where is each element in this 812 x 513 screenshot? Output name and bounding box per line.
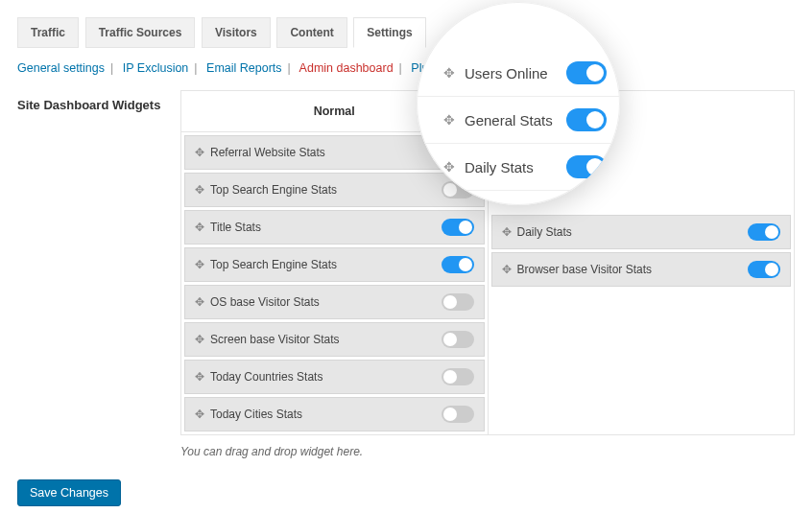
magnifier-row[interactable]: ✥Users Online [417, 50, 620, 97]
magnifier-label: Daily Stats [465, 159, 566, 175]
subnav-admin-dashboard[interactable]: Admin dashboard [299, 61, 394, 75]
widget-item[interactable]: ✥Top Search Engine Stats [184, 247, 485, 282]
widget-label: Referral Website Stats [210, 146, 442, 159]
widget-toggle[interactable] [442, 256, 474, 273]
tab-traffic[interactable]: Traffic [17, 17, 79, 48]
section-title: Site Dashboard Widgets [17, 90, 180, 112]
widget-toggle[interactable] [442, 331, 474, 348]
move-icon[interactable]: ✥ [443, 65, 455, 81]
widget-toggle[interactable] [748, 261, 780, 278]
widget-item[interactable]: ✥Title Stats [184, 210, 485, 245]
drag-drop-hint: You can drag and drop widget here. [180, 445, 795, 458]
widget-label: Title Stats [210, 221, 442, 234]
move-icon[interactable]: ✥ [195, 221, 204, 234]
widget-label: Screen base Visitor Stats [210, 333, 442, 346]
magnifier-toggle[interactable] [566, 61, 607, 84]
move-icon[interactable]: ✥ [195, 258, 204, 271]
widget-toggle[interactable] [442, 219, 474, 236]
widget-toggle[interactable] [442, 368, 474, 385]
widget-label: Browser base Visitor Stats [517, 263, 749, 276]
widget-label: Today Cities Stats [210, 408, 442, 421]
subnav-ip-exclusion[interactable]: IP Exclusion [123, 61, 189, 75]
widget-label: OS base Visitor Stats [210, 295, 442, 309]
magnifier-row[interactable]: ✥General Stats [417, 97, 620, 144]
widget-toggle[interactable] [442, 406, 474, 423]
move-icon[interactable]: ✥ [195, 146, 204, 159]
tab-visitors[interactable]: Visitors [202, 17, 271, 48]
widget-toggle[interactable] [748, 223, 780, 241]
widget-item[interactable]: ✥OS base Visitor Stats [184, 285, 485, 319]
move-icon[interactable]: ✥ [195, 370, 204, 384]
tab-settings[interactable]: Settings [353, 17, 425, 48]
tab-content[interactable]: Content [276, 17, 346, 48]
subnav: General settings| IP Exclusion| Email Re… [17, 61, 795, 75]
widget-label: Top Search Engine Stats [210, 183, 442, 197]
widget-item[interactable]: ✥Today Cities Stats [184, 397, 485, 431]
move-icon[interactable]: ✥ [443, 112, 455, 128]
widget-toggle[interactable] [442, 293, 474, 311]
widget-item[interactable]: ✥Top Search Engine Stats [184, 173, 485, 207]
save-changes-button[interactable]: Save Changes [17, 479, 121, 506]
move-icon[interactable]: ✥ [502, 263, 512, 276]
move-icon[interactable]: ✥ [195, 333, 204, 346]
move-icon[interactable]: ✥ [195, 295, 204, 309]
widget-item[interactable]: ✥Daily Stats [491, 215, 792, 249]
widget-item[interactable]: ✥Today Countries Stats [184, 360, 485, 394]
magnifier-label: General Stats [465, 112, 566, 128]
magnifier-label: Users Online [465, 65, 566, 82]
move-icon[interactable]: ✥ [195, 183, 204, 197]
tabs: Traffic Traffic Sources Visitors Content… [17, 17, 795, 48]
widget-label: Today Countries Stats [210, 370, 442, 384]
widget-item[interactable]: ✥Screen base Visitor Stats [184, 322, 485, 357]
move-icon[interactable]: ✥ [443, 159, 455, 175]
subnav-email-reports[interactable]: Email Reports [206, 61, 282, 75]
widget-label: Top Search Engine Stats [210, 258, 442, 271]
tab-traffic-sources[interactable]: Traffic Sources [85, 17, 196, 48]
magnifier-toggle[interactable] [566, 108, 607, 131]
widget-label: Daily Stats [517, 225, 749, 239]
widget-item[interactable]: ✥Browser base Visitor Stats [491, 252, 792, 287]
magnifier-overlay: ✥Users Online✥General Stats✥Daily Stats [417, 2, 620, 205]
move-icon[interactable]: ✥ [502, 225, 512, 239]
move-icon[interactable]: ✥ [195, 408, 204, 421]
subnav-general-settings[interactable]: General settings [17, 61, 105, 75]
